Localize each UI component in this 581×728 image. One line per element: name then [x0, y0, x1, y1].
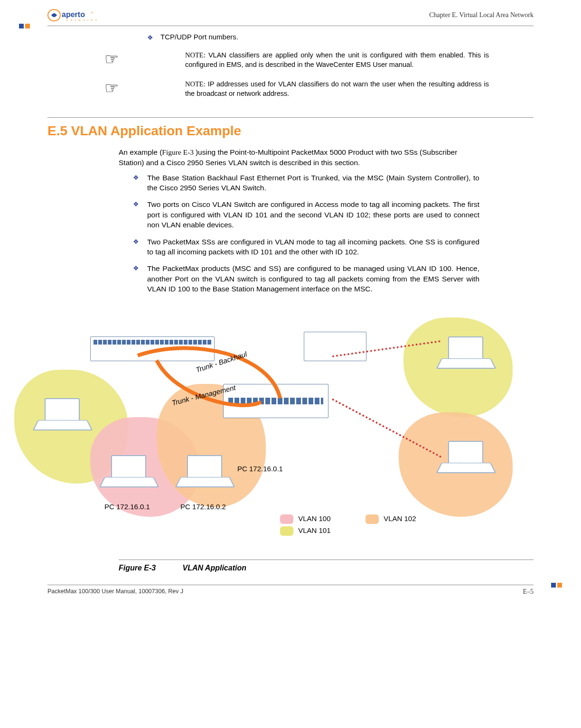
legend-swatch-yellow	[280, 526, 293, 536]
bullet-item: ❖ The PacketMax products (MSC and SS) ar…	[133, 263, 479, 294]
laptop-icon	[441, 336, 489, 373]
diamond-bullet-icon: ❖	[133, 263, 139, 294]
legend-label: VLAN 102	[384, 514, 416, 523]
diamond-bullet-icon: ❖	[133, 237, 139, 257]
header-accent-squares	[19, 24, 30, 28]
pointing-hand-icon: ☞	[100, 51, 123, 67]
laptop-icon	[180, 455, 228, 491]
msc-device	[223, 384, 328, 418]
bullet-text: The Base Station Backhaul Fast Ethernet …	[147, 173, 479, 193]
accent-square	[19, 24, 24, 28]
chapter-label: Chapter E. Virtual Local Area Network	[429, 11, 534, 19]
figure-diagram: Trunk - Backhaul Trunk - Management PC 1…	[33, 313, 534, 560]
header-rule	[47, 26, 534, 26]
legend-label: VLAN 100	[298, 514, 330, 523]
laptop-icon	[38, 398, 85, 434]
svg-text:aperto: aperto	[62, 10, 85, 19]
laptop-icon	[104, 455, 152, 491]
figure-number: Figure E-3	[119, 564, 180, 572]
svg-text:n e t w o r k s: n e t w o r k s	[66, 19, 98, 21]
pc-label: PC 172.16.0.1	[104, 503, 150, 511]
note-block: ☞ NOTE: IP addresses used for VLAN class…	[109, 80, 534, 98]
section-heading: E.5 VLAN Application Example	[47, 123, 534, 139]
page-number: E–5	[523, 588, 534, 596]
svg-text:®: ®	[91, 11, 94, 14]
pointing-hand-icon: ☞	[100, 80, 123, 96]
legend-label: VLAN 101	[298, 526, 330, 534]
accent-square	[25, 24, 30, 28]
note-prefix: NOTE:	[185, 80, 206, 88]
page-content: ❖ TCP/UDP Port numbers. ☞ NOTE: VLAN cla…	[0, 26, 581, 572]
diamond-bullet-icon: ❖	[147, 33, 153, 42]
accent-square	[551, 583, 556, 588]
legend-entry: VLAN 102	[365, 514, 416, 524]
legend-swatch-orange	[365, 514, 379, 524]
page-footer: PacketMax 100/300 User Manual, 10007306,…	[0, 585, 581, 607]
bullet-item: ❖ Two ports on Cisco VLAN Switch are con…	[133, 199, 479, 230]
bullet-list: ❖ The Base Station Backhaul Fast Etherne…	[133, 173, 479, 294]
page: aperto ® n e t w o r k s Chapter E. Virt…	[0, 0, 581, 728]
legend-entry: VLAN 100	[280, 514, 331, 524]
laptop-icon	[441, 441, 489, 477]
bullet-item: ❖ The Base Station Backhaul Fast Etherne…	[133, 173, 479, 193]
footer-left: PacketMax 100/300 User Manual, 10007306,…	[47, 588, 183, 596]
figure-title: VLAN Application	[182, 564, 246, 572]
intro-text: An example (	[119, 148, 162, 156]
bullet-item: ❖ Two PacketMax SSs are configured in VL…	[133, 237, 479, 257]
footer-rule	[47, 585, 534, 585]
page-header: aperto ® n e t w o r k s Chapter E. Virt…	[0, 0, 581, 22]
figure-caption-rule	[119, 560, 534, 560]
pc-label: PC 172.16.0.2	[180, 503, 226, 511]
note-body: IP addresses used for VLAN classifiers d…	[185, 80, 489, 97]
aperto-logo: aperto ® n e t w o r k s	[47, 9, 109, 22]
figure-caption: Figure E-3 VLAN Application	[119, 564, 534, 572]
intro-paragraph: An example (Figure E-3 )using the Point-…	[119, 147, 479, 168]
diamond-bullet-icon: ❖	[133, 199, 139, 230]
accent-square	[557, 583, 562, 588]
footer-accent-squares	[551, 583, 562, 588]
diamond-bullet-icon: ❖	[133, 173, 139, 193]
note-block: ☞ NOTE: VLAN classifiers are applied onl…	[109, 51, 534, 69]
cisco-switch	[90, 336, 215, 361]
note-body: VLAN classifiers are applied only when t…	[185, 51, 489, 68]
top-bullet-block: ❖ TCP/UDP Port numbers.	[147, 33, 534, 42]
figure-reference: Figure E-3	[162, 148, 196, 156]
legend-swatch-pink	[280, 514, 293, 524]
bullet-text: The PacketMax products (MSC and SS) are …	[147, 263, 479, 294]
note-prefix: NOTE:	[185, 51, 206, 59]
bullet-text: Two ports on Cisco VLAN Switch are confi…	[147, 199, 479, 230]
bullet-item: ❖ TCP/UDP Port numbers.	[147, 33, 534, 42]
bullet-text: TCP/UDP Port numbers.	[160, 33, 238, 41]
note-text: NOTE: VLAN classifiers are applied only …	[185, 51, 489, 69]
bullet-text: Two PacketMax SSs are configured in VLAN…	[147, 237, 479, 257]
note-text: NOTE: IP addresses used for VLAN classif…	[185, 80, 489, 98]
pc-label: PC 172.16.0.1	[237, 465, 283, 473]
legend-entry: VLAN 101	[280, 526, 331, 536]
section-rule	[47, 117, 534, 118]
